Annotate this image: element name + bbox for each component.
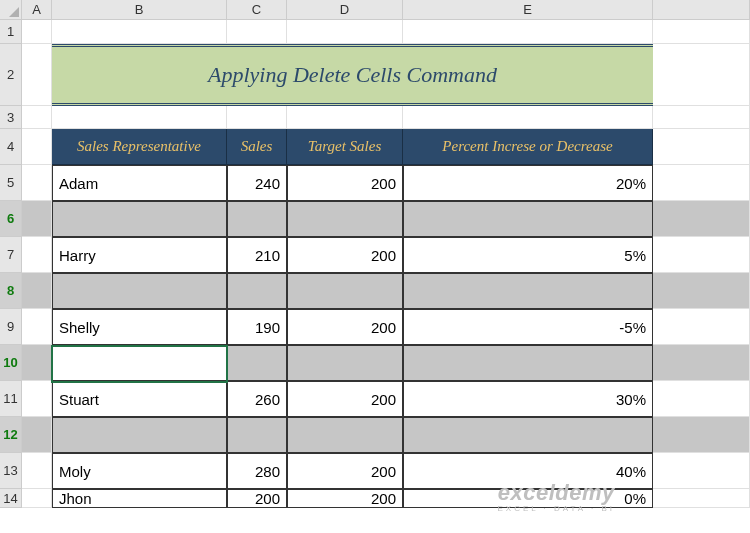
cell-sales[interactable]: 260 [227, 381, 287, 417]
cell[interactable] [22, 201, 52, 237]
cell[interactable] [22, 106, 52, 129]
header-target[interactable]: Target Sales [287, 129, 403, 165]
cell-sales[interactable]: 190 [227, 309, 287, 345]
cell[interactable] [22, 309, 52, 345]
cell-rep[interactable]: Jhon [52, 489, 227, 508]
cell-target[interactable]: 200 [287, 309, 403, 345]
row-header[interactable]: 11 [0, 381, 22, 417]
cell[interactable] [653, 201, 750, 237]
cell[interactable] [653, 237, 750, 273]
row-header[interactable]: 2 [0, 44, 22, 106]
cell-target[interactable] [287, 417, 403, 453]
cell[interactable] [22, 165, 52, 201]
cell[interactable] [403, 20, 653, 44]
cell[interactable] [22, 345, 52, 381]
cell-target[interactable] [287, 345, 403, 381]
row-header[interactable]: 7 [0, 237, 22, 273]
col-header-e[interactable]: E [403, 0, 653, 20]
col-header-blank[interactable] [653, 0, 750, 20]
cell[interactable] [52, 20, 227, 44]
cell[interactable] [653, 273, 750, 309]
cell-percent[interactable]: 20% [403, 165, 653, 201]
cell-rep[interactable] [52, 201, 227, 237]
cell[interactable] [653, 345, 750, 381]
cell-rep[interactable] [52, 273, 227, 309]
cell[interactable] [287, 20, 403, 44]
col-header-d[interactable]: D [287, 0, 403, 20]
cell[interactable] [653, 381, 750, 417]
cell-sales[interactable] [227, 201, 287, 237]
row-header[interactable]: 10 [0, 345, 22, 381]
cell-percent[interactable]: -5% [403, 309, 653, 345]
row-header[interactable]: 14 [0, 489, 22, 508]
cell-rep[interactable] [52, 345, 227, 381]
row-header[interactable]: 4 [0, 129, 22, 165]
cell[interactable] [22, 20, 52, 44]
cell[interactable] [287, 106, 403, 129]
cell[interactable] [227, 106, 287, 129]
cell-rep[interactable] [52, 417, 227, 453]
row-header[interactable]: 3 [0, 106, 22, 129]
row-header[interactable]: 8 [0, 273, 22, 309]
cell-sales[interactable] [227, 345, 287, 381]
cell[interactable] [22, 237, 52, 273]
row-header[interactable]: 9 [0, 309, 22, 345]
cell[interactable] [653, 106, 750, 129]
title-cell[interactable]: Applying Delete Cells Command [52, 44, 653, 106]
cell[interactable] [22, 381, 52, 417]
cell-percent[interactable] [403, 345, 653, 381]
cell[interactable] [653, 129, 750, 165]
cell-target[interactable]: 200 [287, 381, 403, 417]
cell-rep[interactable]: Moly [52, 453, 227, 489]
cell[interactable] [653, 20, 750, 44]
header-rep[interactable]: Sales Representative [52, 129, 227, 165]
cell-target[interactable]: 200 [287, 453, 403, 489]
cell[interactable] [22, 453, 52, 489]
cell-target[interactable]: 200 [287, 489, 403, 508]
cell-percent[interactable] [403, 417, 653, 453]
cell[interactable] [22, 273, 52, 309]
cell-percent[interactable] [403, 273, 653, 309]
cell-rep[interactable]: Adam [52, 165, 227, 201]
row-header[interactable]: 1 [0, 20, 22, 44]
cell-sales[interactable] [227, 273, 287, 309]
cell[interactable] [653, 309, 750, 345]
header-percent[interactable]: Percent Increse or Decrease [403, 129, 653, 165]
cell[interactable] [653, 44, 750, 106]
cell-target[interactable] [287, 201, 403, 237]
row-header[interactable]: 5 [0, 165, 22, 201]
cell-target[interactable] [287, 273, 403, 309]
col-header-a[interactable]: A [22, 0, 52, 20]
cell[interactable] [653, 453, 750, 489]
header-sales[interactable]: Sales [227, 129, 287, 165]
cell-rep[interactable]: Shelly [52, 309, 227, 345]
row-header[interactable]: 6 [0, 201, 22, 237]
cell[interactable] [653, 489, 750, 508]
cell-percent[interactable]: 30% [403, 381, 653, 417]
cell[interactable] [653, 417, 750, 453]
cell-sales[interactable] [227, 417, 287, 453]
cell-percent[interactable] [403, 201, 653, 237]
cell[interactable] [22, 417, 52, 453]
spreadsheet-grid[interactable]: A B C D E 1 2 Applying Delete Cells Comm… [0, 0, 750, 508]
cell-percent[interactable]: 5% [403, 237, 653, 273]
row-header[interactable]: 12 [0, 417, 22, 453]
cell-rep[interactable]: Harry [52, 237, 227, 273]
cell[interactable] [22, 129, 52, 165]
col-header-b[interactable]: B [52, 0, 227, 20]
cell[interactable] [227, 20, 287, 44]
cell-target[interactable]: 200 [287, 165, 403, 201]
cell-target[interactable]: 200 [287, 237, 403, 273]
cell-sales[interactable]: 280 [227, 453, 287, 489]
select-all-corner[interactable] [0, 0, 22, 20]
cell[interactable] [22, 44, 52, 106]
cell-sales[interactable]: 200 [227, 489, 287, 508]
cell[interactable] [52, 106, 227, 129]
cell[interactable] [403, 106, 653, 129]
cell-rep[interactable]: Stuart [52, 381, 227, 417]
cell[interactable] [653, 165, 750, 201]
cell-sales[interactable]: 240 [227, 165, 287, 201]
row-header[interactable]: 13 [0, 453, 22, 489]
cell[interactable] [22, 489, 52, 508]
cell-sales[interactable]: 210 [227, 237, 287, 273]
